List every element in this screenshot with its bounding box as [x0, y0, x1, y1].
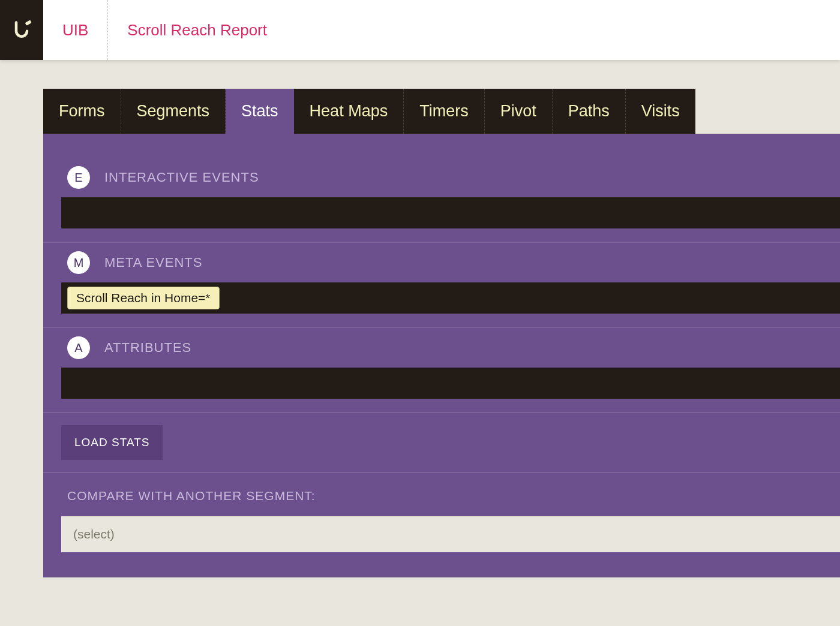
tab-visits[interactable]: Visits: [626, 89, 695, 134]
tab-timers[interactable]: Timers: [404, 89, 485, 134]
tab-label: Stats: [241, 102, 278, 120]
tab-label: Paths: [568, 102, 610, 120]
filter-chip[interactable]: Scroll Reach in Home=*: [67, 287, 220, 309]
section-header: M META EVENTS: [43, 243, 840, 282]
breadcrumb-item-1[interactable]: Scroll Reach Report: [108, 0, 286, 60]
tab-label: Forms: [59, 102, 105, 120]
action-row: LOAD STATS: [43, 413, 840, 473]
breadcrumb-label: UIB: [62, 21, 88, 40]
tab-pivot[interactable]: Pivot: [485, 89, 553, 134]
section-badge: E: [67, 166, 90, 189]
section-title: META EVENTS: [104, 255, 202, 270]
main-panel: Forms Segments Stats Heat Maps Timers Pi…: [43, 89, 840, 577]
compare-segment-block: COMPARE WITH ANOTHER SEGMENT: (select): [43, 473, 840, 559]
load-stats-button[interactable]: LOAD STATS: [61, 425, 163, 460]
compare-label: COMPARE WITH ANOTHER SEGMENT:: [67, 489, 840, 503]
app-logo[interactable]: [0, 0, 43, 60]
section-badge: A: [67, 336, 90, 359]
meta-events-input[interactable]: Scroll Reach in Home=*: [61, 282, 840, 314]
tab-label: Heat Maps: [310, 102, 388, 120]
tab-paths[interactable]: Paths: [553, 89, 626, 134]
tab-heat-maps[interactable]: Heat Maps: [294, 89, 404, 134]
tab-label: Pivot: [500, 102, 536, 120]
tab-segments[interactable]: Segments: [121, 89, 226, 134]
tab-label: Timers: [419, 102, 469, 120]
compare-segment-select[interactable]: (select): [61, 516, 840, 552]
section-header: A ATTRIBUTES: [43, 328, 840, 368]
section-badge: M: [67, 251, 90, 274]
section-title: INTERACTIVE EVENTS: [104, 170, 259, 185]
tab-label: Segments: [137, 102, 210, 120]
attributes-input[interactable]: [61, 368, 840, 399]
breadcrumb-label: Scroll Reach Report: [127, 21, 267, 40]
svg-rect-0: [25, 20, 32, 26]
section-meta-events: M META EVENTS Scroll Reach in Home=*: [43, 243, 840, 328]
tab-label: Visits: [641, 102, 680, 120]
logo-icon: [11, 19, 32, 41]
tab-bar: Forms Segments Stats Heat Maps Timers Pi…: [43, 89, 840, 134]
app-header: UIB Scroll Reach Report: [0, 0, 840, 60]
section-interactive-events: E INTERACTIVE EVENTS: [43, 158, 840, 243]
section-header: E INTERACTIVE EVENTS: [43, 158, 840, 197]
tab-stats[interactable]: Stats: [226, 89, 294, 134]
interactive-events-input[interactable]: [61, 197, 840, 228]
stats-body: E INTERACTIVE EVENTS M META EVENTS Scrol…: [43, 134, 840, 577]
section-attributes: A ATTRIBUTES: [43, 328, 840, 413]
tab-forms[interactable]: Forms: [43, 89, 121, 134]
breadcrumb-item-0[interactable]: UIB: [43, 0, 108, 60]
section-title: ATTRIBUTES: [104, 340, 191, 356]
